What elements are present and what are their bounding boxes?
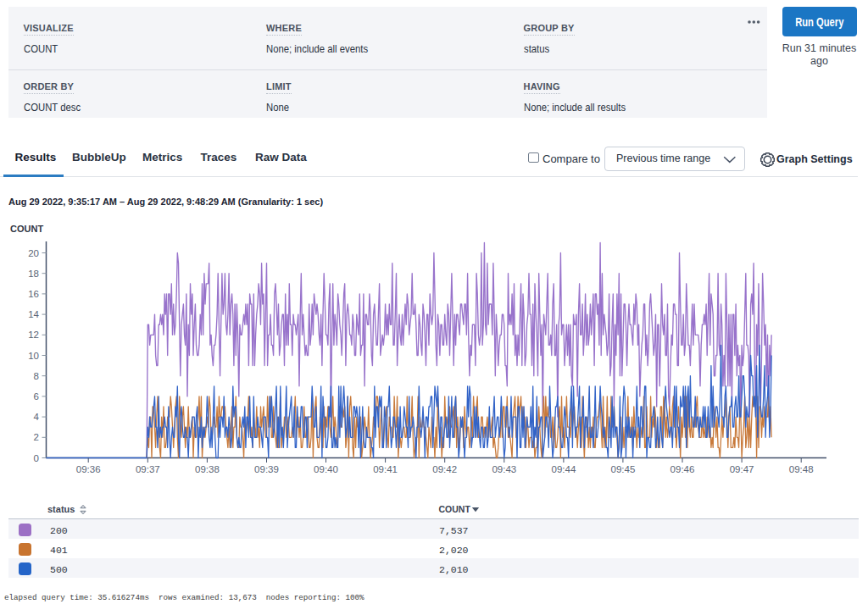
svg-text:09:41: 09:41 <box>373 464 398 474</box>
svg-text:09:36: 09:36 <box>76 464 101 474</box>
svg-text:09:39: 09:39 <box>254 464 279 474</box>
svg-text:09:44: 09:44 <box>552 464 576 474</box>
svg-text:14: 14 <box>28 309 39 319</box>
svg-text:20: 20 <box>28 248 39 258</box>
svg-text:09:46: 09:46 <box>670 464 695 474</box>
svg-text:2: 2 <box>34 432 39 442</box>
svg-text:4: 4 <box>34 412 40 422</box>
svg-text:6: 6 <box>34 391 39 402</box>
svg-text:09:40: 09:40 <box>314 464 338 474</box>
svg-text:09:47: 09:47 <box>730 464 754 474</box>
svg-text:09:38: 09:38 <box>195 464 220 474</box>
svg-text:8: 8 <box>34 371 39 381</box>
svg-text:09:48: 09:48 <box>789 464 814 474</box>
svg-text:09:37: 09:37 <box>136 464 160 474</box>
svg-text:09:45: 09:45 <box>611 464 636 474</box>
svg-text:12: 12 <box>28 330 39 340</box>
svg-text:0: 0 <box>34 453 39 463</box>
svg-text:10: 10 <box>28 351 39 361</box>
svg-text:09:42: 09:42 <box>432 464 457 474</box>
svg-text:18: 18 <box>28 269 39 279</box>
svg-text:16: 16 <box>28 289 39 299</box>
svg-text:09:43: 09:43 <box>492 464 516 474</box>
